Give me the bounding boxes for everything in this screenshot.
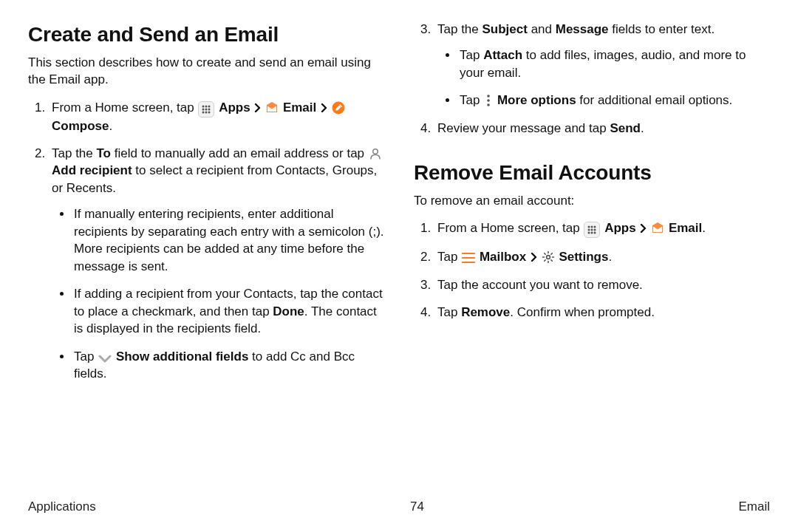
r4-remove: Remove bbox=[461, 305, 510, 319]
r1-pre: From a Home screen, tap bbox=[437, 221, 583, 235]
right-column: Tap the Subject and Message fields to en… bbox=[414, 21, 770, 392]
step1-email-label: Email bbox=[283, 100, 316, 115]
remove-step-2: Tap Mailbox bbox=[434, 248, 770, 265]
step2-bullet2-done: Done bbox=[273, 304, 304, 318]
manual-page: Create and Send an Email This section de… bbox=[0, 0, 798, 532]
svg-point-21 bbox=[591, 232, 593, 234]
step3-bullet1-a: Tap bbox=[460, 48, 483, 62]
steps-remove: From a Home screen, tap Apps bbox=[414, 219, 770, 321]
svg-point-17 bbox=[588, 229, 590, 231]
columns: Create and Send an Email This section de… bbox=[28, 21, 770, 392]
svg-point-10 bbox=[372, 149, 378, 154]
chevron-down-icon bbox=[98, 352, 112, 365]
step3-bullet2-more: More options bbox=[497, 93, 576, 107]
r2-mailbox: Mailbox bbox=[480, 250, 526, 264]
heading-create-send: Create and Send an Email bbox=[28, 21, 384, 50]
svg-point-6 bbox=[202, 111, 205, 113]
chevron-right-icon bbox=[639, 224, 647, 233]
svg-point-7 bbox=[205, 111, 208, 113]
step3-bullet2-a: Tap bbox=[460, 93, 483, 107]
svg-point-19 bbox=[594, 229, 596, 231]
svg-point-22 bbox=[594, 232, 596, 234]
steps-create-send-cont: Tap the Subject and Message fields to en… bbox=[414, 21, 770, 137]
svg-point-0 bbox=[202, 105, 205, 107]
step3-bullet-2: Tap More options for additional email op… bbox=[458, 92, 770, 109]
step1-period: . bbox=[109, 119, 112, 133]
step4-send: Send bbox=[610, 121, 641, 135]
chevron-right-icon bbox=[320, 103, 327, 112]
step1-text-a: From a Home screen, tap bbox=[52, 100, 197, 115]
step2-bullet-3: Tap Show additional fields to add Cc and… bbox=[72, 348, 384, 383]
step3-bullet-1: Tap Attach to add files, images, audio, … bbox=[458, 47, 770, 81]
svg-point-15 bbox=[591, 226, 593, 228]
step2-text-a: Tap the bbox=[52, 146, 97, 160]
svg-point-11 bbox=[487, 95, 490, 98]
step2-text-b: field to manually add an email address o… bbox=[111, 146, 368, 160]
step3-subject: Subject bbox=[482, 22, 528, 36]
svg-point-18 bbox=[591, 229, 593, 231]
chevron-right-icon bbox=[530, 253, 537, 262]
r2-a: Tap bbox=[437, 250, 461, 264]
chevron-right-icon bbox=[253, 103, 261, 112]
step-4: Review your message and tap Send. bbox=[434, 120, 770, 137]
svg-point-3 bbox=[202, 108, 205, 110]
steps-create-send: From a Home screen, tap Apps bbox=[28, 99, 384, 383]
r2-settings: Settings bbox=[559, 250, 608, 264]
step3-bullets: Tap Attach to add files, images, audio, … bbox=[437, 47, 770, 109]
step-1: From a Home screen, tap Apps bbox=[49, 99, 384, 134]
page-footer: Applications 74 Email bbox=[28, 499, 770, 514]
footer-page-number: 74 bbox=[410, 499, 424, 514]
step3-and: and bbox=[528, 22, 556, 36]
intro-remove-accounts: To remove an email account: bbox=[414, 192, 770, 209]
step2-add-recipient-label: Add recipient bbox=[52, 163, 132, 177]
more-options-icon bbox=[484, 94, 493, 107]
mailbox-menu-icon bbox=[462, 251, 475, 265]
r1-email: Email bbox=[669, 221, 702, 235]
r1-period: . bbox=[702, 221, 706, 235]
step2-bullet3-show: Show additional fields bbox=[116, 349, 248, 364]
remove-step-4: Tap Remove. Confirm when prompted. bbox=[434, 304, 770, 321]
svg-point-20 bbox=[588, 232, 590, 234]
step1-compose-label: Compose bbox=[52, 119, 109, 133]
step2-to-label: To bbox=[97, 146, 112, 160]
add-recipient-icon bbox=[369, 147, 382, 160]
step2-bullets: If manually entering recipients, enter a… bbox=[52, 205, 384, 382]
heading-remove-accounts: Remove Email Accounts bbox=[414, 159, 770, 188]
step4-a: Review your message and tap bbox=[437, 121, 610, 135]
step2-bullet3-a: Tap bbox=[74, 349, 98, 364]
svg-point-4 bbox=[205, 108, 208, 110]
compose-icon bbox=[332, 101, 345, 115]
footer-right: Email bbox=[738, 499, 770, 514]
footer-left: Applications bbox=[28, 499, 96, 514]
apps-icon bbox=[584, 222, 600, 238]
r4-a: Tap bbox=[437, 305, 461, 319]
svg-point-2 bbox=[208, 105, 211, 107]
svg-point-8 bbox=[208, 111, 211, 113]
svg-point-12 bbox=[487, 100, 490, 103]
r2-period: . bbox=[608, 250, 612, 264]
left-column: Create and Send an Email This section de… bbox=[28, 21, 384, 392]
intro-create-send: This section describes how to create and… bbox=[28, 54, 384, 89]
settings-gear-icon bbox=[542, 250, 555, 264]
svg-point-1 bbox=[205, 105, 208, 107]
email-icon bbox=[265, 101, 279, 115]
svg-point-23 bbox=[546, 256, 550, 259]
step3-b: fields to enter text. bbox=[609, 22, 715, 36]
remove-step-3: Tap the account you want to remove. bbox=[434, 276, 770, 293]
remove-step-1: From a Home screen, tap Apps bbox=[434, 219, 770, 238]
step3-bullet2-b: for additional email options. bbox=[576, 93, 733, 107]
step2-bullet-1: If manually entering recipients, enter a… bbox=[72, 205, 384, 275]
r4-b: . Confirm when prompted. bbox=[510, 305, 655, 319]
svg-point-16 bbox=[594, 226, 596, 228]
svg-point-14 bbox=[588, 226, 590, 228]
step-3: Tap the Subject and Message fields to en… bbox=[434, 21, 770, 109]
svg-point-5 bbox=[208, 108, 211, 110]
step2-bullet-2: If adding a recipient from your Contacts… bbox=[72, 285, 384, 337]
apps-icon bbox=[198, 101, 214, 117]
step-2: Tap the To field to manually add an emai… bbox=[49, 145, 384, 382]
svg-point-13 bbox=[487, 104, 490, 107]
step1-apps-label: Apps bbox=[219, 100, 250, 115]
email-icon bbox=[651, 222, 664, 235]
step4-b: . bbox=[641, 121, 644, 135]
r1-apps: Apps bbox=[604, 221, 636, 235]
